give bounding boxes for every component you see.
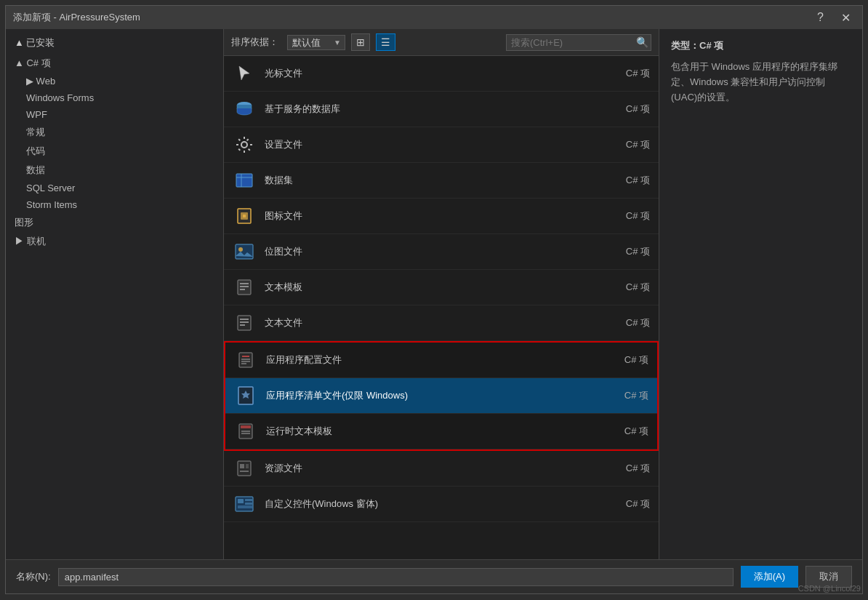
installed-header: ▲ 已安装: [6, 29, 223, 54]
item-icon-dbservice: [233, 97, 256, 121]
svg-rect-34: [245, 503, 252, 505]
svg-rect-24: [241, 425, 251, 428]
item-name-dbservice: 基于服务的数据库: [265, 103, 614, 116]
item-type-bitmap: C# 项: [614, 245, 650, 258]
item-icon-control: [233, 492, 256, 516]
item-name-texttpl: 文本模板: [265, 281, 614, 294]
list-item-runtime[interactable]: 运行时文本模板C# 项: [225, 414, 657, 449]
item-type-manifest: C# 项: [612, 389, 648, 402]
sort-select[interactable]: 默认值 名称 类型: [287, 35, 345, 50]
item-type-textfile: C# 项: [614, 316, 650, 329]
svg-rect-32: [238, 499, 244, 503]
item-icon-texttpl: [233, 276, 256, 299]
bottom-bar: 名称(N): 添加(A) 取消: [6, 559, 862, 593]
list-item-dbservice[interactable]: 基于服务的数据库C# 项: [224, 92, 659, 127]
toolbar: 排序依据： 默认值 名称 类型 ▼ ⊞ ☰ 🔍: [224, 29, 659, 56]
tree-item-stormitems[interactable]: Storm Items: [6, 196, 223, 213]
svg-point-1: [241, 142, 247, 148]
item-icon-textfile: [233, 311, 256, 335]
item-name-textfile: 文本文件: [265, 316, 614, 329]
search-wrapper: 🔍: [506, 34, 651, 51]
item-type-dbservice: C# 项: [614, 103, 650, 116]
title-bar: 添加新项 - AirPressureSystem ? ✕: [6, 6, 862, 29]
items-list: 光标文件C# 项基于服务的数据库C# 项设置文件C# 项数据集C# 项图标文件C…: [224, 56, 659, 559]
item-type-appconfig: C# 项: [612, 353, 648, 367]
tree-item-online[interactable]: ▶ 联机: [6, 232, 223, 251]
list-view-button[interactable]: ☰: [376, 33, 395, 51]
svg-rect-35: [238, 505, 252, 508]
name-input[interactable]: [58, 568, 734, 586]
item-name-runtime: 运行时文本模板: [266, 425, 612, 438]
item-icon-dataset: [233, 169, 256, 192]
list-item-textfile[interactable]: 文本文件C# 项: [224, 305, 659, 341]
right-panel: 类型：C# 项 包含用于 Windows 应用程序的程序集绑定、Windows …: [659, 29, 862, 559]
tree-container: ▲ C# 项▶ WebWindows FormsWPF常规代码数据SQL Ser…: [6, 54, 223, 251]
list-item-resource[interactable]: 资源文件C# 项: [224, 451, 659, 487]
item-name-bitmap: 位图文件: [265, 245, 614, 258]
sort-select-wrapper: 默认值 名称 类型 ▼: [287, 35, 345, 50]
tree-item-data[interactable]: 数据: [6, 161, 223, 180]
svg-rect-29: [246, 464, 249, 468]
svg-rect-17: [239, 353, 252, 367]
middle-panel: 排序依据： 默认值 名称 类型 ▼ ⊞ ☰ 🔍: [224, 29, 659, 559]
list-item-iconfile[interactable]: 图标文件C# 项: [224, 199, 659, 234]
name-label: 名称(N):: [16, 570, 51, 583]
search-icon-button[interactable]: 🔍: [636, 36, 648, 48]
list-item-control[interactable]: 自定义控件(Windows 窗体)C# 项: [224, 487, 659, 522]
dialog-window: 添加新项 - AirPressureSystem ? ✕ ▲ 已安装 ▲ C# …: [5, 5, 863, 594]
tree-item-graphics[interactable]: 图形: [6, 213, 223, 232]
tree-item-csharp[interactable]: ▲ C# 项: [6, 54, 223, 73]
tree-item-winforms[interactable]: Windows Forms: [6, 89, 223, 106]
watermark: CSDN @Lincol29: [798, 584, 861, 593]
list-item-settings[interactable]: 设置文件C# 项: [224, 127, 659, 163]
grid-view-button[interactable]: ⊞: [351, 33, 370, 51]
item-name-dataset: 数据集: [265, 174, 614, 187]
item-name-settings: 设置文件: [265, 138, 614, 151]
item-name-cursor: 光标文件: [265, 67, 614, 80]
tree-item-wpf[interactable]: WPF: [6, 106, 223, 123]
dialog-title: 添加新项 - AirPressureSystem: [13, 11, 140, 24]
description: 包含用于 Windows 应用程序的程序集绑定、Windows 兼容性和用户访问…: [671, 60, 851, 105]
svg-point-8: [238, 247, 243, 252]
tree-item-web[interactable]: ▶ Web: [6, 73, 223, 89]
item-icon-settings: [233, 133, 256, 156]
item-type-settings: C# 项: [614, 138, 650, 151]
svg-rect-9: [238, 280, 251, 295]
list-item-texttpl[interactable]: 文本模板C# 项: [224, 270, 659, 305]
item-name-manifest: 应用程序清单文件(仅限 Windows): [266, 389, 612, 402]
svg-rect-13: [238, 316, 251, 330]
search-input[interactable]: [506, 34, 651, 51]
highlight-group: 应用程序配置文件C# 项应用程序清单文件(仅限 Windows)C# 项运行时文…: [224, 341, 659, 451]
item-icon-bitmap: [233, 240, 256, 263]
item-icon-runtime: [234, 420, 257, 443]
item-name-iconfile: 图标文件: [265, 209, 614, 223]
item-icon-resource: [233, 457, 256, 480]
items-container: 光标文件C# 项基于服务的数据库C# 项设置文件C# 项数据集C# 项图标文件C…: [224, 56, 659, 522]
svg-rect-33: [245, 499, 252, 501]
list-item-bitmap[interactable]: 位图文件C# 项: [224, 234, 659, 270]
help-button[interactable]: ?: [813, 9, 828, 25]
item-icon-cursor: [233, 62, 256, 85]
list-item-dataset[interactable]: 数据集C# 项: [224, 163, 659, 199]
tree-item-general[interactable]: 常规: [6, 123, 223, 142]
item-name-control: 自定义控件(Windows 窗体): [265, 497, 614, 511]
item-type-resource: C# 项: [614, 462, 650, 475]
item-icon-manifest: [234, 384, 257, 407]
item-type-texttpl: C# 项: [614, 281, 650, 294]
item-type-control: C# 项: [614, 497, 650, 511]
list-item-manifest[interactable]: 应用程序清单文件(仅限 Windows)C# 项: [225, 378, 657, 414]
item-name-appconfig: 应用程序配置文件: [266, 353, 612, 367]
installed-label: ▲ 已安装: [15, 36, 55, 49]
list-item-cursor[interactable]: 光标文件C# 项: [224, 56, 659, 92]
tree-item-sqlserver[interactable]: SQL Server: [6, 180, 223, 196]
add-button[interactable]: 添加(A): [741, 566, 798, 588]
item-type-cursor: C# 项: [614, 67, 650, 80]
svg-rect-2: [236, 174, 252, 187]
type-label: 类型：C# 项: [671, 39, 851, 52]
close-button[interactable]: ✕: [837, 9, 855, 26]
list-item-appconfig[interactable]: 应用程序配置文件C# 项: [225, 343, 657, 378]
svg-rect-7: [236, 244, 253, 259]
svg-rect-28: [240, 464, 244, 468]
tree-item-code[interactable]: 代码: [6, 142, 223, 161]
item-icon-appconfig: [234, 348, 257, 372]
